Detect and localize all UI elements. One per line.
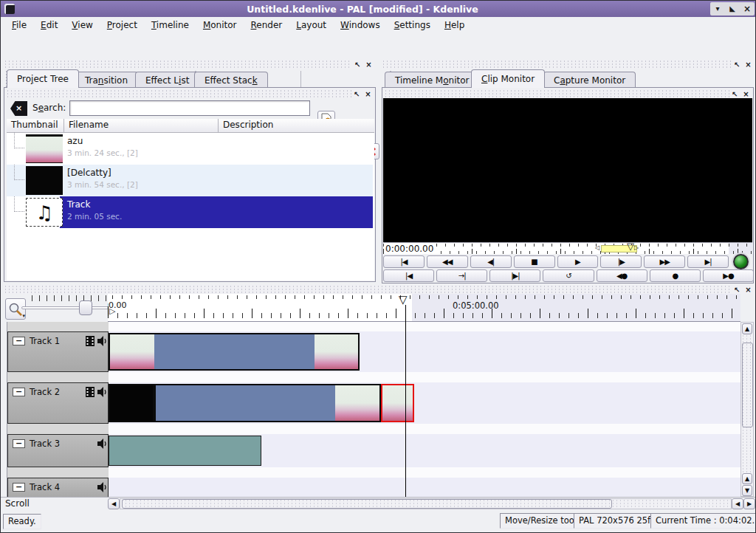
menu-view[interactable]: View xyxy=(65,18,100,32)
clip-row-azu[interactable]: azu 3 min. 24 sec., [2] xyxy=(7,133,373,165)
column-filename[interactable]: Filename xyxy=(64,119,219,132)
clip-row-delcatty[interactable]: [Delcatty] 3 min. 54 sec., [2] xyxy=(7,165,373,196)
dock-close-icon[interactable]: × xyxy=(743,286,754,294)
forward-one-button[interactable]: ▶● xyxy=(703,269,754,282)
menu-layout[interactable]: Layout xyxy=(289,18,334,32)
timeline-playhead-line[interactable] xyxy=(405,305,406,497)
close-button[interactable]: × xyxy=(740,2,755,16)
tab-effect-stack[interactable]: Effect Stack xyxy=(194,72,268,88)
fast-forward-button[interactable]: ▶▶ xyxy=(644,255,685,268)
rewind-button[interactable]: ◀◀ xyxy=(427,255,468,268)
left-dock-grip[interactable]: ↖ × xyxy=(4,60,374,69)
zone-start-icon[interactable]: ◁ xyxy=(595,244,599,251)
maximize-button[interactable]: ◣ xyxy=(725,2,740,16)
dock-close-icon[interactable]: × xyxy=(363,61,374,69)
set-zone-start-button[interactable]: |◀ xyxy=(383,269,434,282)
timeline-vscrollbar[interactable]: ▲ ▲ ▼ xyxy=(740,322,754,497)
loop-zone-button[interactable]: ↺ xyxy=(543,269,594,282)
scroll-down-button[interactable]: ▼ xyxy=(742,485,752,496)
right-dock-grip[interactable]: ↖ × xyxy=(382,60,754,69)
scroll-left-button-2[interactable]: ◀ xyxy=(732,498,743,509)
scroll-up-button[interactable]: ▲ xyxy=(742,323,752,334)
timeline-clip[interactable] xyxy=(154,384,381,422)
zoom-slider-thumb[interactable] xyxy=(79,300,92,315)
tab-project-tree[interactable]: Project Tree xyxy=(7,69,79,88)
column-description[interactable]: Description xyxy=(219,119,374,132)
timeline-clip-selected[interactable] xyxy=(381,384,414,422)
app-icon[interactable] xyxy=(4,4,15,14)
zone-start-flag-icon[interactable]: ▷ xyxy=(108,306,115,316)
column-thumbnail[interactable]: Thumbnail xyxy=(7,119,64,132)
collapse-track-button[interactable]: − xyxy=(13,483,25,492)
hscroll-thumb[interactable] xyxy=(122,499,612,509)
scroll-right-button[interactable]: ▶ xyxy=(743,498,755,509)
tab-effect-list[interactable]: Effect List xyxy=(135,72,199,88)
title-bar[interactable]: Untitled.kdenlive - PAL [modified] - Kde… xyxy=(1,1,756,17)
menu-render[interactable]: Render xyxy=(244,18,290,32)
collapse-track-button[interactable]: − xyxy=(13,337,25,345)
menu-help[interactable]: Help xyxy=(438,18,472,32)
menu-monitor[interactable]: Monitor xyxy=(196,18,244,32)
tab-capture-monitor[interactable]: Capture Monitor xyxy=(543,72,636,88)
clear-search-button[interactable]: × xyxy=(10,101,27,116)
go-to-end-button[interactable]: ▶| xyxy=(687,255,729,268)
dock-close-icon[interactable]: × xyxy=(743,61,754,69)
play-pause-button[interactable]: |▶ xyxy=(600,255,642,268)
collapse-track-button[interactable]: − xyxy=(13,439,25,448)
collapse-track-button[interactable]: − xyxy=(13,388,25,396)
dock-close-icon[interactable]: × xyxy=(740,90,752,98)
project-tree-grip[interactable]: ↖ × xyxy=(6,89,374,98)
dock-restore-icon[interactable]: ↖ xyxy=(729,90,740,98)
timeline-dock-grip[interactable]: ↖ × xyxy=(4,285,754,294)
menu-windows[interactable]: Windows xyxy=(334,18,388,32)
monitor-grip[interactable]: ↖ × xyxy=(384,89,752,98)
tab-timeline-monitor[interactable]: Timeline Monitor xyxy=(385,72,479,88)
dock-restore-icon[interactable]: ↖ xyxy=(351,90,362,98)
track-1-header[interactable]: − Track 1 xyxy=(7,331,109,372)
clip-thumbnail xyxy=(26,166,63,195)
menu-project[interactable]: Project xyxy=(100,18,145,32)
track-3-header[interactable]: − Track 3 xyxy=(7,434,109,467)
tab-clip-monitor[interactable]: Clip Monitor xyxy=(471,69,545,88)
zoom-slider-track[interactable] xyxy=(21,306,109,309)
timeline-ruler[interactable]: 00.00 ▷ ▽ 0:05:00.00 xyxy=(108,294,740,322)
stop-button[interactable]: ■ xyxy=(514,255,555,268)
record-button[interactable]: ● xyxy=(650,269,701,282)
set-zone-end-button[interactable]: →| xyxy=(436,269,487,282)
frame-back-button[interactable]: ◀| xyxy=(470,255,512,268)
dock-close-icon[interactable]: × xyxy=(362,90,374,98)
play-zone-button[interactable]: |▶| xyxy=(489,269,540,282)
menu-settings[interactable]: Settings xyxy=(388,18,438,32)
monitor-ruler[interactable]: ◁ ▷ ▽ 0:00:00.00 xyxy=(383,242,752,254)
tab-transition[interactable]: Transition xyxy=(75,72,138,88)
go-to-start-button[interactable]: |◀ xyxy=(383,255,425,268)
dock-restore-icon[interactable]: ↖ xyxy=(352,61,363,69)
monitor-video-area[interactable] xyxy=(383,98,752,242)
play-button[interactable]: ▶ xyxy=(557,255,599,268)
scroll-left-button[interactable]: ◀ xyxy=(108,498,120,509)
menu-edit[interactable]: Edit xyxy=(34,18,65,32)
menu-timeline[interactable]: Timeline xyxy=(145,18,196,32)
timeline-clip[interactable] xyxy=(109,384,154,422)
clip-row-track-selected[interactable]: ♫ Track 2 min. 05 sec. xyxy=(7,196,373,228)
monitor-playhead-icon[interactable]: ▽ xyxy=(627,242,634,252)
zone-end-icon[interactable]: ▷ xyxy=(634,244,639,251)
timeline-clip[interactable] xyxy=(109,436,261,466)
backward-one-button[interactable]: ◀● xyxy=(597,269,647,282)
scroll-up-button-2[interactable]: ▲ xyxy=(742,473,752,484)
timeline-hscrollbar[interactable] xyxy=(120,498,732,509)
record-ball-button[interactable] xyxy=(733,254,749,269)
track-2-header[interactable]: − Track 2 xyxy=(7,382,109,424)
minimize-button[interactable]: ▾ xyxy=(710,2,725,16)
track-4-header[interactable]: − Track 4 xyxy=(7,478,109,497)
menu-file[interactable]: File xyxy=(5,18,34,32)
tree-branch[interactable] xyxy=(14,165,24,180)
tree-branch[interactable] xyxy=(14,196,24,212)
timeline-clip[interactable] xyxy=(109,333,360,371)
zoom-dropdown-arrow[interactable]: ▾ xyxy=(22,314,25,318)
search-input[interactable] xyxy=(69,100,310,116)
tree-branch[interactable] xyxy=(14,133,24,148)
dock-restore-icon[interactable]: ↖ xyxy=(732,61,743,69)
dock-restore-icon[interactable]: ↖ xyxy=(732,286,743,294)
vscroll-thumb[interactable] xyxy=(742,343,753,427)
